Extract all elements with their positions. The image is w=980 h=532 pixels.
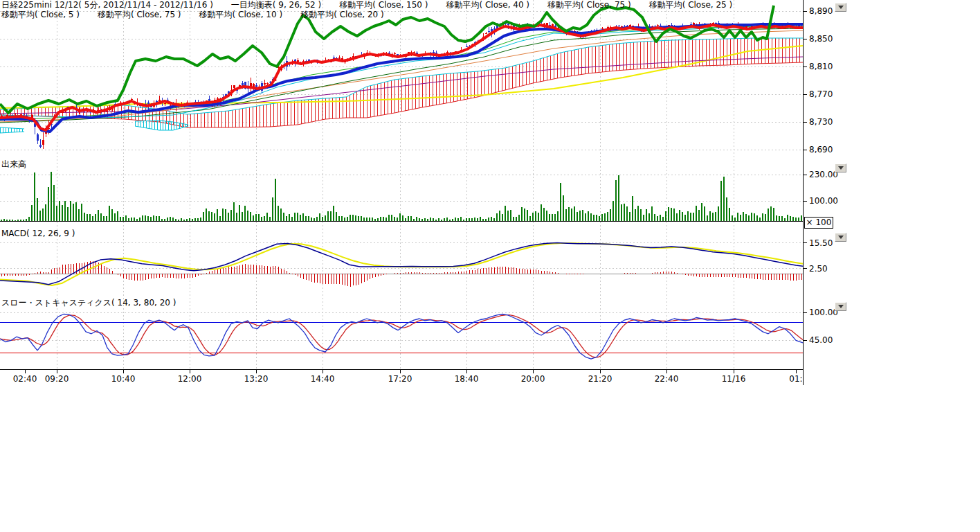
ma-5-red xyxy=(0,25,803,130)
chevron-down-icon xyxy=(838,6,844,9)
price-panel-plot xyxy=(0,6,803,149)
legend-ma-close-5: 移動平均( Close, 5 ) xyxy=(1,10,80,19)
ichimoku-cloud xyxy=(0,38,803,127)
legend-symbol-timeframe: 日経225mini 12/12( 5分, 2012/11/14 - 2012/1… xyxy=(1,1,213,10)
volume-panel-label: 出来高 xyxy=(1,160,26,169)
time-axis-label: 11/16 xyxy=(722,374,746,384)
macd-panel-plot xyxy=(0,243,803,287)
stoch-panel-label: スロー・ストキャスティクス( 14, 3, 80, 20 ) xyxy=(1,299,176,308)
stoch-panel-dropdown-button[interactable] xyxy=(835,302,846,311)
stoch-axis-label: 100.00 xyxy=(809,308,838,317)
legend-ichimoku: 一目均衡表( 9, 26, 52 ) xyxy=(231,1,321,10)
legend-ma-close-25: 移動平均( Close, 25 ) xyxy=(649,1,733,10)
time-axis-label: 17:20 xyxy=(388,374,412,384)
indicator-legend-row-2: 移動平均( Close, 5 ) 移動平均( Close, 75 ) 移動平均(… xyxy=(1,10,384,19)
price-axis-label: 8,690 xyxy=(809,145,833,154)
time-axis-label: 18:40 xyxy=(455,374,479,384)
volume-panel-dropdown-button[interactable] xyxy=(835,163,846,172)
time-axis-label: 13:20 xyxy=(244,374,269,384)
stoch-axis-label: 45.00 xyxy=(809,335,833,345)
macd-axis-label: 2.50 xyxy=(809,264,828,274)
signal-line xyxy=(0,243,803,285)
volume-axis-label: 100.00 xyxy=(809,196,838,206)
time-axis-label: 01: xyxy=(789,374,802,384)
legend-ma-close-75b: 移動平均( Close, 75 ) xyxy=(98,10,181,19)
macd-line xyxy=(0,243,803,285)
time-axis-label: 14:40 xyxy=(311,374,335,384)
time-axis-label: 20:00 xyxy=(521,374,545,384)
macd-panel-dropdown-button[interactable] xyxy=(835,233,846,242)
stoch-d xyxy=(0,315,803,357)
chevron-down-icon xyxy=(838,166,844,170)
stoch-panel-plot xyxy=(0,314,803,360)
time-axis-label: 10:40 xyxy=(111,374,136,384)
chart-application-window: 8,8908,8508,8108,7708,7308,690230.00100.… xyxy=(0,0,980,532)
macd-panel-label: MACD( 12, 26, 9 ) xyxy=(1,229,75,238)
ichimoku-cloud-left xyxy=(0,127,24,133)
time-axis-label: 21:20 xyxy=(588,374,612,384)
macd-axis-label: 15.50 xyxy=(809,238,833,248)
volume-axis-label: 230.00 xyxy=(809,170,838,179)
time-axis-label: 22:40 xyxy=(655,374,679,384)
price-axis-label: 8,890 xyxy=(809,6,833,16)
price-panel-dropdown-button[interactable] xyxy=(835,3,846,12)
legend-ma-close-75: 移動平均( Close, 75 ) xyxy=(547,1,631,10)
legend-ma-close-20: 移動平均( Close, 20 ) xyxy=(300,10,384,19)
chevron-down-icon xyxy=(838,305,844,308)
stoch-k xyxy=(0,314,803,360)
chart-canvas: 8,8908,8508,8108,7708,7308,690230.00100.… xyxy=(0,0,980,532)
time-axis-label: 09:20 xyxy=(45,374,69,384)
volume-bars xyxy=(1,172,801,221)
legend-ma-close-10: 移動平均( Close, 10 ) xyxy=(199,10,283,19)
indicator-legend-row-1: 日経225mini 12/12( 5分, 2012/11/14 - 2012/1… xyxy=(1,1,732,10)
price-axis-label: 8,770 xyxy=(809,89,833,99)
price-axis-label: 8,850 xyxy=(809,34,833,44)
volume-panel-plot xyxy=(0,172,803,221)
price-axis-label: 8,810 xyxy=(809,62,833,71)
time-axis-label: 02:40 xyxy=(13,374,37,384)
time-axis-label: 12:00 xyxy=(178,374,202,384)
legend-ma-close-40: 移動平均( Close, 40 ) xyxy=(446,1,529,10)
price-axis-label: 8,730 xyxy=(809,117,833,127)
volume-unit-multiplier-badge: × 100 xyxy=(804,217,833,229)
chevron-down-icon xyxy=(838,236,844,239)
legend-ma-close-150: 移動平均( Close, 150 ) xyxy=(339,1,428,10)
